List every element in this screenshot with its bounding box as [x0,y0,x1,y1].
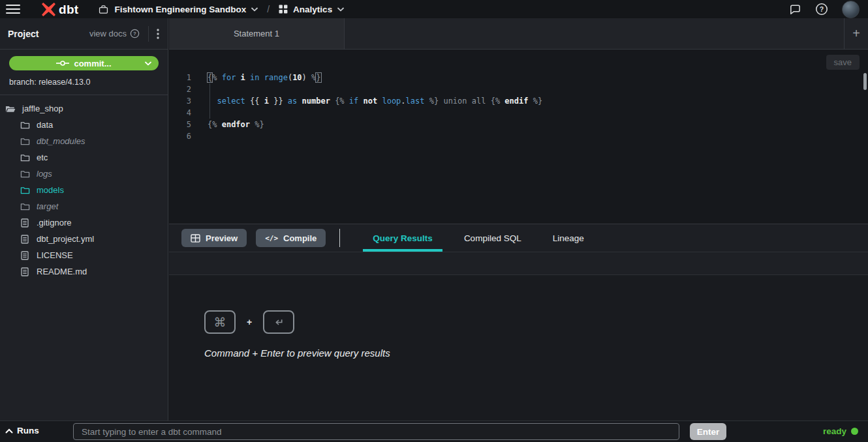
folder-icon [20,169,30,179]
tree-item-models[interactable]: models [0,182,168,198]
results-tab-query-results[interactable]: Query Results [363,224,442,252]
code-line-5[interactable]: 5{% endfor %} [169,119,861,130]
chevron-down-icon [251,7,258,12]
tree-item-label: LICENSE [37,250,73,260]
tree-item-label: target [37,201,58,211]
account-selector[interactable]: Fishtown Engineering Sandbox [98,4,258,15]
tree-item-logs[interactable]: logs [0,166,168,182]
file-icon [20,218,30,228]
project-name: Analytics [293,5,332,14]
code-line-2[interactable]: 2 [169,83,861,95]
folder-icon [20,186,30,195]
folder-icon [5,104,16,113]
hamburger-menu-icon[interactable] [6,2,20,16]
runs-label: Runs [17,426,39,435]
svg-text:?: ? [133,31,136,37]
kebab-menu-icon[interactable] [155,27,168,40]
tree-item-jaffle_shop[interactable]: jaffle_shop [0,100,168,117]
results-tab-lineage[interactable]: Lineage [543,224,594,252]
chevron-up-icon [5,428,13,434]
dbt-logo-x-icon [40,1,57,18]
results-toolbar: Preview </> Compile Query ResultsCompile… [169,224,868,252]
tree-item-label: logs [37,169,52,179]
briefcase-icon [98,4,109,15]
breadcrumb-separator: / [267,4,270,14]
main-area: Statement 1 + save 1{% for i in range(10… [169,18,868,420]
plus-icon: + [852,26,860,41]
tree-item-dbt_project.yml[interactable]: dbt_project.yml [0,231,168,247]
view-docs-label: view docs [89,29,127,38]
help-icon[interactable]: ? [815,3,828,16]
chevron-down-icon [337,7,344,12]
compile-button[interactable]: </> Compile [256,229,326,247]
tree-item-label: dbt_modules [37,136,85,146]
sidebar-title: Project [8,29,39,39]
divider [339,229,340,247]
results-panel: Preview </> Compile Query ResultsCompile… [169,224,868,420]
tree-item-label: models [37,185,64,195]
code-line-1[interactable]: 1{% for i in range(10) %} [169,72,861,83]
tab-bar-spacer [345,18,844,49]
tree-item-label: jaffle_shop [22,104,63,113]
tree-item-data[interactable]: data [0,117,168,133]
divider [148,26,149,42]
tree-item-label: README.md [37,267,87,276]
tab-label: Statement 1 [234,29,279,38]
results-header-strip [169,252,868,275]
save-button[interactable]: save [826,55,860,70]
view-docs-link[interactable]: view docs ? [89,29,140,38]
tree-item-etc[interactable]: etc [0,149,168,166]
code-editor[interactable]: save 1{% for i in range(10) %}23 select … [169,50,868,224]
tree-item-target[interactable]: target [0,198,168,214]
account-name: Fishtown Engineering Sandbox [114,5,246,14]
tree-item-.gitignore[interactable]: .gitignore [0,214,168,231]
file-icon [20,251,30,260]
help-circle-icon: ? [130,29,140,38]
top-bar: dbt Fishtown Engineering Sandbox / Analy… [0,0,868,18]
tree-item-LICENSE[interactable]: LICENSE [0,247,168,263]
indent-guide [209,83,210,119]
plus-separator: + [247,317,252,327]
editor-scrollbar[interactable] [863,73,867,90]
svg-text:?: ? [820,5,824,13]
folder-icon [20,137,30,146]
results-tab-compiled-sql[interactable]: Compiled SQL [454,224,531,252]
sidebar: Project view docs ? commit... branch: re… [0,18,168,420]
code-line-6[interactable]: 6 [169,130,861,142]
tree-item-label: etc [37,153,48,162]
dbt-logo-text: dbt [59,3,78,16]
folder-icon [20,121,30,130]
tab-statement-1[interactable]: Statement 1 [169,18,345,49]
runs-toggle[interactable]: Runs [5,426,39,435]
commit-button[interactable]: commit... [9,56,159,70]
code-lines[interactable]: 1{% for i in range(10) %}23 select {{ i … [169,72,861,142]
tree-item-dbt_modules[interactable]: dbt_modules [0,133,168,149]
new-tab-button[interactable]: + [844,18,868,49]
branch-label: branch: release/4.13.0 [9,70,159,95]
apps-grid-icon [279,5,288,14]
user-avatar[interactable] [842,1,860,18]
code-line-3[interactable]: 3 select {{ i }} as number {% if not loo… [169,95,861,107]
enter-key-icon [263,310,294,334]
tree-item-README.md[interactable]: README.md [0,263,168,280]
folder-icon [20,202,30,211]
line-number: 3 [169,95,191,107]
empty-state-hint: Command + Enter to preview query results [204,347,390,359]
code-icon: </> [265,234,278,243]
dbt-command-input[interactable] [73,423,679,440]
code-line-4[interactable]: 4 [169,107,861,119]
chat-icon[interactable] [789,3,801,16]
chevron-down-icon[interactable] [145,61,151,66]
commit-button-label: commit... [74,59,111,68]
project-selector[interactable]: Analytics [279,5,344,14]
folder-icon [20,153,30,162]
preview-button[interactable]: Preview [181,229,247,247]
enter-button[interactable]: Enter [690,423,726,440]
editor-tab-bar: Statement 1 + [169,18,868,50]
line-number: 6 [169,130,191,142]
dbt-logo[interactable]: dbt [40,1,78,18]
code-text: {% endfor %} [208,119,264,130]
file-tree: jaffle_shopdatadbt_modulesetclogsmodelst… [0,95,168,280]
code-text: select {{ i }} as number {% if not loop.… [208,95,542,107]
command-bar: Runs Enter ready [0,420,868,442]
